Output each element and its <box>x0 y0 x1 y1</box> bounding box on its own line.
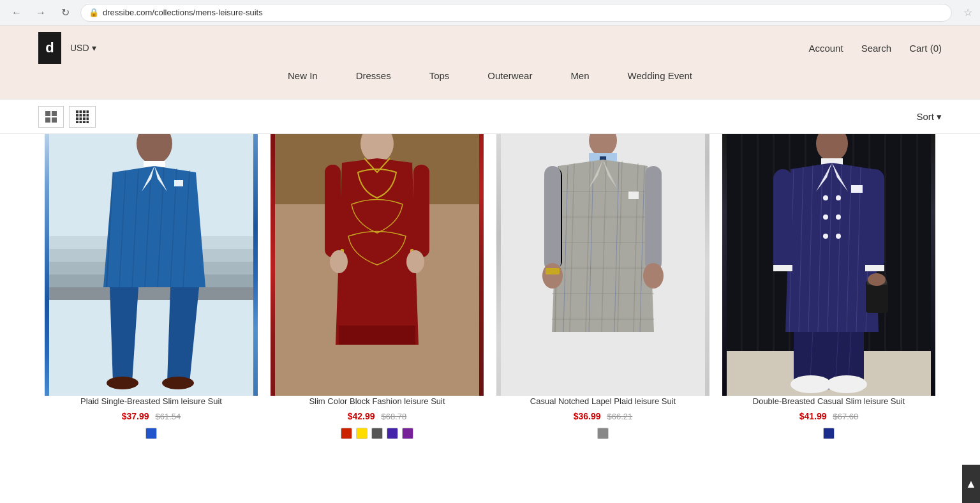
svg-point-118 <box>791 375 831 393</box>
toolbar: Sort ▾ <box>0 99 980 134</box>
svg-rect-71 <box>645 166 662 271</box>
product-image-casual-plaid[interactable] <box>496 134 709 396</box>
svg-point-103 <box>823 214 828 220</box>
svg-point-122 <box>868 273 886 286</box>
svg-rect-1 <box>52 111 57 116</box>
currency-selector[interactable]: USD ▾ <box>70 43 96 53</box>
product-title-double-breasted: Double-Breasted Casual Slim leisure Suit <box>753 396 905 407</box>
svg-rect-44 <box>325 165 341 257</box>
svg-rect-68 <box>628 191 639 199</box>
svg-rect-16 <box>76 121 78 123</box>
refresh-button[interactable]: ↻ <box>56 4 74 22</box>
svg-rect-107 <box>851 185 863 193</box>
product-image-double-breasted[interactable] <box>722 134 935 396</box>
product-title-slim-color: Slim Color Block Fashion leisure Suit <box>309 396 445 407</box>
bookmark-star-icon[interactable]: ☆ <box>963 6 972 19</box>
color-swatches-plaid-single <box>145 428 157 439</box>
nav-outerwear[interactable]: Outerwear <box>487 70 532 81</box>
url-text: dressibe.com/collections/mens-leisure-su… <box>103 8 263 17</box>
product-grid: Plaid Single-Breasted Slim leisure Suit … <box>0 134 980 452</box>
svg-rect-13 <box>80 117 82 120</box>
forward-button[interactable]: → <box>32 4 50 22</box>
original-price-slim-color: $68.78 <box>382 412 407 421</box>
original-price-double-breasted: $67.60 <box>833 412 859 421</box>
product-image-plaid-single[interactable] <box>45 134 258 396</box>
product-prices-casual-plaid: $36.99 $66.21 <box>574 411 633 421</box>
sale-price-slim-color: $42.99 <box>348 411 375 421</box>
svg-rect-5 <box>80 110 82 113</box>
color-swatch-navy[interactable] <box>823 428 835 439</box>
currency-label: USD <box>70 43 89 53</box>
sale-price-plaid-single: $37.99 <box>122 411 149 421</box>
svg-rect-17 <box>80 121 82 123</box>
svg-point-104 <box>836 214 841 220</box>
header-left: d USD ▾ <box>38 32 96 64</box>
sale-price-casual-plaid: $36.99 <box>574 411 601 421</box>
svg-point-105 <box>823 234 828 239</box>
product-card-casual-plaid: Casual Notched Lapel Plaid leisure Suit … <box>490 134 716 452</box>
product-prices-double-breasted: $41.99 $67.60 <box>799 411 859 421</box>
color-swatch-gray[interactable] <box>597 428 609 439</box>
svg-rect-74 <box>546 268 560 274</box>
header-right: Account Search Cart (0) <box>808 43 942 54</box>
sale-price-double-breasted: $41.99 <box>799 411 827 421</box>
cart-link[interactable]: Cart (0) <box>909 43 942 54</box>
scroll-top-icon: ▲ <box>965 477 977 491</box>
svg-point-36 <box>162 377 194 389</box>
browser-chrome: ← → ↻ 🔒 dressibe.com/collections/mens-le… <box>0 0 980 26</box>
svg-rect-70 <box>544 166 561 271</box>
search-link[interactable]: Search <box>861 43 892 54</box>
grid-2-button[interactable] <box>38 106 64 128</box>
svg-point-35 <box>107 377 138 389</box>
header-top: d USD ▾ Account Search Cart (0) <box>38 26 942 70</box>
color-swatch-blue[interactable] <box>145 428 157 439</box>
color-swatches-slim-color <box>341 428 413 439</box>
svg-point-73 <box>643 263 664 289</box>
product-card-plaid-single: Plaid Single-Breasted Slim leisure Suit … <box>38 134 264 452</box>
original-price-casual-plaid: $66.21 <box>607 412 633 421</box>
url-bar[interactable]: 🔒 dressibe.com/collections/mens-leisure-… <box>80 4 952 22</box>
svg-rect-0 <box>45 111 50 116</box>
nav-men[interactable]: Men <box>570 70 589 81</box>
back-button[interactable]: ← <box>8 4 26 22</box>
svg-rect-25 <box>49 287 253 300</box>
color-swatch-purple[interactable] <box>387 428 398 439</box>
svg-point-47 <box>330 250 348 273</box>
svg-point-101 <box>823 195 828 200</box>
color-swatches-casual-plaid <box>597 428 609 439</box>
product-image-slim-color[interactable] <box>271 134 484 396</box>
svg-rect-8 <box>76 114 78 116</box>
logo[interactable]: d <box>38 32 61 64</box>
svg-rect-3 <box>52 117 57 123</box>
grid-4-button[interactable] <box>69 106 96 128</box>
color-swatch-dark-purple[interactable] <box>402 428 413 439</box>
nav-new-in[interactable]: New In <box>288 70 318 81</box>
svg-rect-109 <box>865 169 884 271</box>
nav-wedding-event[interactable]: Wedding Event <box>628 70 692 81</box>
svg-point-106 <box>836 234 841 239</box>
color-swatch-yellow[interactable] <box>356 428 368 439</box>
product-prices-slim-color: $42.99 $68.78 <box>348 411 407 421</box>
svg-point-119 <box>826 375 867 393</box>
svg-rect-2 <box>45 117 50 123</box>
product-prices-plaid-single: $37.99 $61.54 <box>122 411 181 421</box>
main-nav: New In Dresses Tops Outerwear Men Weddin… <box>38 70 942 99</box>
scroll-to-top-button[interactable]: ▲ <box>962 465 980 503</box>
product-title-plaid-single: Plaid Single-Breasted Slim leisure Suit <box>80 396 222 407</box>
sort-button[interactable]: Sort ▾ <box>916 111 942 123</box>
color-swatch-gray[interactable] <box>371 428 383 439</box>
svg-rect-46 <box>339 326 415 345</box>
nav-dresses[interactable]: Dresses <box>356 70 391 81</box>
account-link[interactable]: Account <box>808 43 843 54</box>
svg-rect-45 <box>413 165 429 257</box>
nav-tops[interactable]: Tops <box>429 70 450 81</box>
svg-rect-4 <box>76 110 78 113</box>
svg-rect-10 <box>83 114 85 116</box>
product-card-double-breasted: Double-Breasted Casual Slim leisure Suit… <box>716 134 942 452</box>
product-title-casual-plaid: Casual Notched Lapel Plaid leisure Suit <box>530 396 676 407</box>
svg-rect-7 <box>87 110 89 113</box>
currency-arrow-icon: ▾ <box>92 43 96 53</box>
color-swatch-red[interactable] <box>341 428 352 439</box>
sort-label: Sort <box>916 111 934 122</box>
svg-rect-14 <box>83 117 85 120</box>
